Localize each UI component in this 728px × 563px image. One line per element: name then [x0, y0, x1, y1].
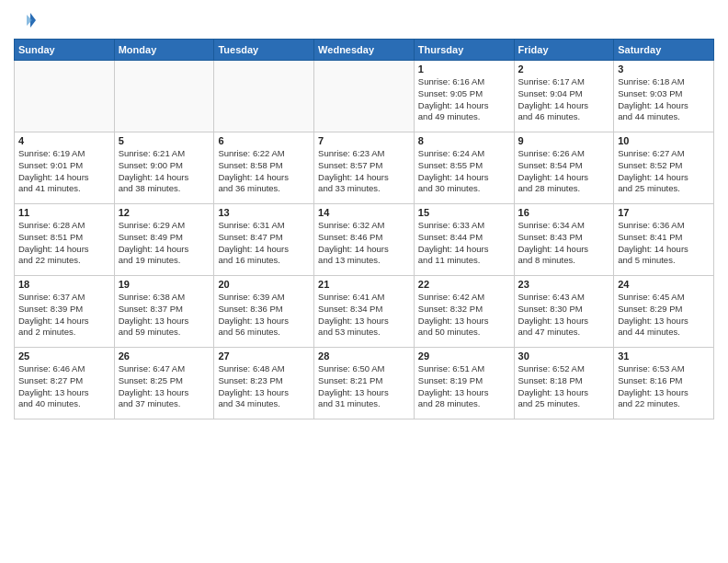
calendar-cell: [314, 61, 415, 132]
day-info: Sunrise: 6:43 AM Sunset: 8:30 PM Dayligh…: [518, 292, 610, 339]
day-number: 20: [218, 279, 310, 290]
calendar-cell: 13Sunrise: 6:31 AM Sunset: 8:47 PM Dayli…: [214, 204, 314, 276]
day-number: 27: [218, 350, 310, 362]
day-number: 21: [318, 279, 410, 290]
calendar-week-row: 1Sunrise: 6:16 AM Sunset: 9:05 PM Daylig…: [15, 61, 714, 132]
calendar-cell: 9Sunrise: 6:26 AM Sunset: 8:54 PM Daylig…: [514, 132, 614, 204]
calendar-cell: 20Sunrise: 6:39 AM Sunset: 8:36 PM Dayli…: [214, 276, 314, 348]
page: SundayMondayTuesdayWednesdayThursdayFrid…: [0, 0, 728, 563]
day-info: Sunrise: 6:36 AM Sunset: 8:41 PM Dayligh…: [618, 220, 710, 267]
calendar-cell: 18Sunrise: 6:37 AM Sunset: 8:39 PM Dayli…: [15, 276, 115, 348]
weekday-header: Friday: [514, 40, 614, 61]
day-info: Sunrise: 6:39 AM Sunset: 8:36 PM Dayligh…: [218, 292, 310, 339]
day-info: Sunrise: 6:24 AM Sunset: 8:55 PM Dayligh…: [418, 148, 510, 195]
day-number: 8: [418, 135, 510, 146]
day-number: 5: [119, 135, 210, 146]
day-number: 17: [618, 207, 710, 218]
calendar-cell: [114, 61, 214, 132]
calendar-cell: 10Sunrise: 6:27 AM Sunset: 8:52 PM Dayli…: [614, 132, 714, 204]
day-number: 26: [119, 350, 210, 362]
calendar-cell: 30Sunrise: 6:52 AM Sunset: 8:18 PM Dayli…: [514, 348, 614, 419]
day-info: Sunrise: 6:46 AM Sunset: 8:27 PM Dayligh…: [18, 363, 110, 410]
day-info: Sunrise: 6:23 AM Sunset: 8:57 PM Dayligh…: [318, 148, 410, 195]
calendar-cell: 29Sunrise: 6:51 AM Sunset: 8:19 PM Dayli…: [414, 348, 514, 419]
day-number: 4: [18, 135, 110, 146]
calendar-cell: 6Sunrise: 6:22 AM Sunset: 8:58 PM Daylig…: [214, 132, 314, 204]
day-info: Sunrise: 6:48 AM Sunset: 8:23 PM Dayligh…: [218, 363, 310, 410]
day-info: Sunrise: 6:47 AM Sunset: 8:25 PM Dayligh…: [119, 363, 210, 410]
day-number: 7: [318, 135, 410, 146]
day-info: Sunrise: 6:16 AM Sunset: 9:05 PM Dayligh…: [418, 76, 510, 123]
calendar-cell: 8Sunrise: 6:24 AM Sunset: 8:55 PM Daylig…: [414, 132, 514, 204]
day-info: Sunrise: 6:26 AM Sunset: 8:54 PM Dayligh…: [518, 148, 610, 195]
day-number: 30: [518, 350, 610, 362]
logo-icon: [14, 9, 36, 31]
day-number: 15: [418, 207, 510, 218]
calendar-cell: 15Sunrise: 6:33 AM Sunset: 8:44 PM Dayli…: [414, 204, 514, 276]
day-info: Sunrise: 6:19 AM Sunset: 9:01 PM Dayligh…: [18, 148, 110, 195]
day-info: Sunrise: 6:34 AM Sunset: 8:43 PM Dayligh…: [518, 220, 610, 267]
weekday-header: Saturday: [614, 40, 714, 61]
calendar-cell: 12Sunrise: 6:29 AM Sunset: 8:49 PM Dayli…: [114, 204, 214, 276]
calendar-cell: 3Sunrise: 6:18 AM Sunset: 9:03 PM Daylig…: [614, 61, 714, 132]
day-number: 24: [618, 279, 710, 290]
calendar-cell: 4Sunrise: 6:19 AM Sunset: 9:01 PM Daylig…: [15, 132, 115, 204]
day-info: Sunrise: 6:38 AM Sunset: 8:37 PM Dayligh…: [119, 292, 210, 339]
day-info: Sunrise: 6:33 AM Sunset: 8:44 PM Dayligh…: [418, 220, 510, 267]
calendar-cell: 7Sunrise: 6:23 AM Sunset: 8:57 PM Daylig…: [314, 132, 415, 204]
calendar-cell: 24Sunrise: 6:45 AM Sunset: 8:29 PM Dayli…: [614, 276, 714, 348]
calendar-cell: 25Sunrise: 6:46 AM Sunset: 8:27 PM Dayli…: [15, 348, 115, 419]
calendar-cell: 23Sunrise: 6:43 AM Sunset: 8:30 PM Dayli…: [514, 276, 614, 348]
calendar-cell: 28Sunrise: 6:50 AM Sunset: 8:21 PM Dayli…: [314, 348, 415, 419]
calendar: SundayMondayTuesdayWednesdayThursdayFrid…: [14, 39, 714, 419]
day-info: Sunrise: 6:29 AM Sunset: 8:49 PM Dayligh…: [119, 220, 210, 267]
day-number: 14: [318, 207, 410, 218]
day-info: Sunrise: 6:41 AM Sunset: 8:34 PM Dayligh…: [318, 292, 410, 339]
day-number: 6: [218, 135, 310, 146]
day-info: Sunrise: 6:28 AM Sunset: 8:51 PM Dayligh…: [18, 220, 110, 267]
weekday-header: Wednesday: [314, 40, 415, 61]
day-number: 12: [119, 207, 210, 218]
calendar-cell: 16Sunrise: 6:34 AM Sunset: 8:43 PM Dayli…: [514, 204, 614, 276]
calendar-cell: 17Sunrise: 6:36 AM Sunset: 8:41 PM Dayli…: [614, 204, 714, 276]
day-number: 18: [18, 279, 110, 290]
weekday-header-row: SundayMondayTuesdayWednesdayThursdayFrid…: [15, 40, 714, 61]
weekday-header: Monday: [114, 40, 214, 61]
calendar-cell: 5Sunrise: 6:21 AM Sunset: 9:00 PM Daylig…: [114, 132, 214, 204]
day-number: 3: [618, 63, 710, 75]
day-info: Sunrise: 6:45 AM Sunset: 8:29 PM Dayligh…: [618, 292, 710, 339]
calendar-week-row: 4Sunrise: 6:19 AM Sunset: 9:01 PM Daylig…: [15, 132, 714, 204]
calendar-cell: 19Sunrise: 6:38 AM Sunset: 8:37 PM Dayli…: [114, 276, 214, 348]
calendar-cell: 11Sunrise: 6:28 AM Sunset: 8:51 PM Dayli…: [15, 204, 115, 276]
calendar-cell: [214, 61, 314, 132]
day-info: Sunrise: 6:53 AM Sunset: 8:16 PM Dayligh…: [618, 363, 710, 410]
day-info: Sunrise: 6:42 AM Sunset: 8:32 PM Dayligh…: [418, 292, 510, 339]
day-info: Sunrise: 6:22 AM Sunset: 8:58 PM Dayligh…: [218, 148, 310, 195]
weekday-header: Sunday: [15, 40, 115, 61]
day-number: 13: [218, 207, 310, 218]
calendar-cell: 1Sunrise: 6:16 AM Sunset: 9:05 PM Daylig…: [414, 61, 514, 132]
calendar-cell: 22Sunrise: 6:42 AM Sunset: 8:32 PM Dayli…: [414, 276, 514, 348]
day-number: 28: [318, 350, 410, 362]
weekday-header: Tuesday: [214, 40, 314, 61]
weekday-header: Thursday: [414, 40, 514, 61]
day-info: Sunrise: 6:32 AM Sunset: 8:46 PM Dayligh…: [318, 220, 410, 267]
day-number: 19: [119, 279, 210, 290]
day-number: 31: [618, 350, 710, 362]
calendar-week-row: 11Sunrise: 6:28 AM Sunset: 8:51 PM Dayli…: [15, 204, 714, 276]
calendar-cell: 27Sunrise: 6:48 AM Sunset: 8:23 PM Dayli…: [214, 348, 314, 419]
day-number: 16: [518, 207, 610, 218]
day-number: 23: [518, 279, 610, 290]
day-info: Sunrise: 6:37 AM Sunset: 8:39 PM Dayligh…: [18, 292, 110, 339]
day-number: 9: [518, 135, 610, 146]
calendar-cell: 14Sunrise: 6:32 AM Sunset: 8:46 PM Dayli…: [314, 204, 415, 276]
day-number: 22: [418, 279, 510, 290]
day-number: 1: [418, 63, 510, 75]
calendar-cell: 26Sunrise: 6:47 AM Sunset: 8:25 PM Dayli…: [114, 348, 214, 419]
day-info: Sunrise: 6:50 AM Sunset: 8:21 PM Dayligh…: [318, 363, 410, 410]
day-info: Sunrise: 6:18 AM Sunset: 9:03 PM Dayligh…: [618, 76, 710, 123]
day-number: 25: [18, 350, 110, 362]
day-number: 2: [518, 63, 610, 75]
calendar-week-row: 18Sunrise: 6:37 AM Sunset: 8:39 PM Dayli…: [15, 276, 714, 348]
day-number: 11: [18, 207, 110, 218]
